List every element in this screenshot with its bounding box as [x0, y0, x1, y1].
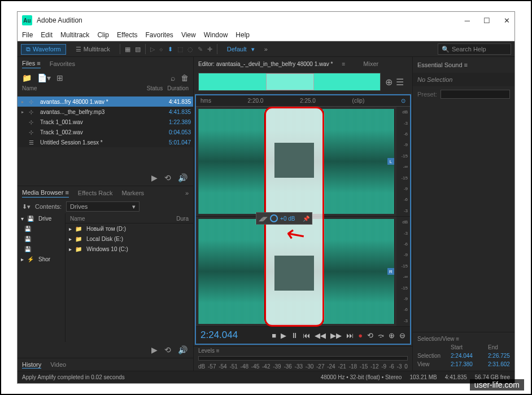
sel-end[interactable]: 2:26.725	[488, 353, 514, 359]
channel-left-label: L	[387, 158, 394, 165]
play-icon[interactable]: ▶	[151, 345, 158, 354]
window-title: Adobe Audition	[37, 16, 82, 24]
col-duration[interactable]: Duration	[167, 85, 189, 96]
drive-item[interactable]: ▾💾Drive	[18, 213, 65, 223]
status-message: Apply Amplify completed in 0.02 seconds	[22, 374, 125, 380]
tab-mixer[interactable]: Mixer	[363, 60, 378, 67]
rewind-button[interactable]: ◀◀	[315, 331, 326, 340]
col-dur[interactable]: Dura	[176, 216, 189, 221]
menu-help[interactable]: Help	[236, 31, 250, 39]
forward-button[interactable]: ▶▶	[330, 331, 342, 340]
minimize-button[interactable]: ─	[465, 16, 470, 25]
spectral-icon[interactable]: ▦	[125, 46, 130, 53]
pause-button[interactable]: ⏸	[291, 331, 298, 340]
tab-history[interactable]: History	[22, 361, 41, 368]
file-row[interactable]: ☰Untitled Session 1.sesx *5:01.047	[18, 137, 193, 147]
maximize-button[interactable]: ☐	[483, 16, 490, 25]
move-tool-icon[interactable]: ▷	[150, 46, 155, 53]
loop-icon[interactable]: ⟲	[164, 345, 171, 354]
loop-button[interactable]: ⟲	[367, 331, 373, 340]
workspace-overflow-icon[interactable]: »	[264, 46, 268, 52]
menu-view[interactable]: View	[181, 31, 196, 39]
titlebar: Au Adobe Audition ─ ☐ ✕	[18, 12, 514, 29]
menu-effects[interactable]: Effects	[117, 31, 137, 39]
menu-clip[interactable]: Clip	[97, 31, 109, 39]
search-help-input[interactable]: 🔍Search Help	[438, 43, 511, 55]
shortcut-item[interactable]: ▸⚡Shor	[18, 254, 65, 264]
new-file-icon[interactable]: 📄▾	[37, 73, 51, 82]
preset-dropdown[interactable]	[441, 90, 510, 99]
close-button[interactable]: ✕	[504, 16, 510, 25]
menu-favorites[interactable]: Favorites	[146, 31, 173, 39]
go-start-button[interactable]: ⏮	[303, 331, 310, 340]
view-icon[interactable]: ☰	[396, 77, 404, 87]
play-button[interactable]: ▶	[281, 331, 286, 340]
menu-multitrack[interactable]: Multitrack	[60, 31, 89, 39]
gain-knob-icon[interactable]	[270, 214, 278, 222]
nav-icon[interactable]: ⊕	[385, 77, 393, 87]
folder-item[interactable]: ▸📁Новый том (D:)	[66, 223, 193, 234]
file-row[interactable]: ⊹Track 1_001.wav1:22.389	[18, 117, 193, 127]
timecode-display[interactable]: 2:24.044	[200, 330, 238, 341]
gain-hud[interactable]: ◢◤ +0 dB 📌	[256, 212, 312, 225]
skip-button[interactable]: ⤼	[378, 331, 384, 340]
file-row[interactable]: ▸⊹avantas..._the_belfry.mp34:41.835	[18, 107, 193, 117]
tab-editor[interactable]: Editor: avantasia_-_devil_in_the_belfry …	[198, 61, 333, 67]
workspace-dropdown[interactable]: Default▾	[222, 44, 260, 55]
import-icon[interactable]: ⊞	[56, 73, 63, 82]
waveform-view[interactable]: dB-3-6-9-15-∞-15-9-6-3 L dB-3-6-9-15-∞-1…	[196, 107, 410, 327]
contents-dropdown[interactable]: Drives▾	[66, 201, 139, 212]
col-name[interactable]: Name	[22, 85, 142, 96]
file-row[interactable]: ⊹Track 1_002.wav0:04.053	[18, 127, 193, 137]
snap-icon[interactable]: ⊙	[401, 98, 405, 104]
tab-markers[interactable]: Markers	[121, 190, 144, 196]
open-file-icon[interactable]: 📁	[22, 73, 32, 82]
no-selection-label: No Selection	[413, 73, 514, 86]
overflow-icon[interactable]: »	[185, 190, 189, 196]
folder-item[interactable]: ▸📁Local Disk (E:)	[66, 234, 193, 244]
record-button[interactable]: ●	[358, 331, 363, 340]
drive-item[interactable]: 💾	[18, 223, 65, 234]
col-status[interactable]: Status	[147, 85, 163, 96]
col-name[interactable]: Name	[70, 216, 176, 221]
file-list: ▸⊹avantas...fry 48000 1.wav *4:41.835 ▸⊹…	[18, 96, 193, 147]
brush-tool-icon[interactable]: ✎	[198, 46, 203, 53]
volume-icon[interactable]: 🔊	[178, 345, 187, 354]
filter-icon[interactable]: ⌕	[171, 73, 175, 82]
pitch-icon[interactable]: ▧	[135, 46, 141, 53]
tab-video[interactable]: Video	[50, 361, 66, 368]
go-end-button[interactable]: ⏭	[346, 331, 354, 340]
menu-window[interactable]: Window	[204, 31, 228, 39]
file-row[interactable]: ▸⊹avantas...fry 48000 1.wav *4:41.835	[18, 96, 193, 107]
zoom-in-icon[interactable]: ⊕	[389, 331, 395, 340]
time-selection-tool-icon[interactable]: ⬍	[168, 46, 173, 53]
pin-icon[interactable]: 📌	[303, 216, 309, 222]
play-icon[interactable]: ▶	[151, 173, 158, 182]
drive-item[interactable]: 💾	[18, 244, 65, 254]
loop-icon[interactable]: ⟲	[164, 173, 171, 182]
folder-item[interactable]: ▸📁Windows 10 (C:)	[66, 244, 193, 254]
sel-start[interactable]: 2:24.044	[451, 353, 486, 359]
menu-file[interactable]: File	[22, 31, 33, 39]
multitrack-mode-button[interactable]: ☰Multitrack	[71, 44, 115, 55]
lasso-tool-icon[interactable]: ◌	[187, 46, 193, 53]
overview-waveform[interactable]: ⊕☰	[194, 71, 412, 93]
trash-icon[interactable]: 🗑	[181, 73, 189, 82]
tab-media-browser[interactable]: Media Browser ≡	[22, 189, 69, 198]
waveform-mode-button[interactable]: ⧉Waveform	[21, 44, 66, 55]
time-ruler[interactable]: hms 2:20.0 2:25.0 (clip) ⊙	[196, 95, 410, 107]
stop-button[interactable]: ■	[272, 331, 276, 340]
heal-tool-icon[interactable]: ✚	[207, 46, 212, 53]
tab-files[interactable]: Files ≡	[22, 60, 41, 68]
marquee-tool-icon[interactable]: ⬚	[177, 46, 183, 53]
view-start[interactable]: 2:17.380	[451, 361, 486, 367]
drive-item[interactable]: 💾	[18, 234, 65, 244]
download-icon[interactable]: ⬇▾	[22, 203, 30, 210]
volume-icon[interactable]: 🔊	[178, 173, 187, 182]
menu-edit[interactable]: Edit	[41, 31, 53, 39]
zoom-out-icon[interactable]: ⊖	[399, 331, 405, 340]
view-end[interactable]: 2:31.602	[488, 361, 514, 367]
razor-tool-icon[interactable]: ⟐	[159, 46, 163, 52]
tab-effects-rack[interactable]: Effects Rack	[78, 190, 113, 196]
tab-favorites[interactable]: Favorites	[50, 60, 75, 67]
